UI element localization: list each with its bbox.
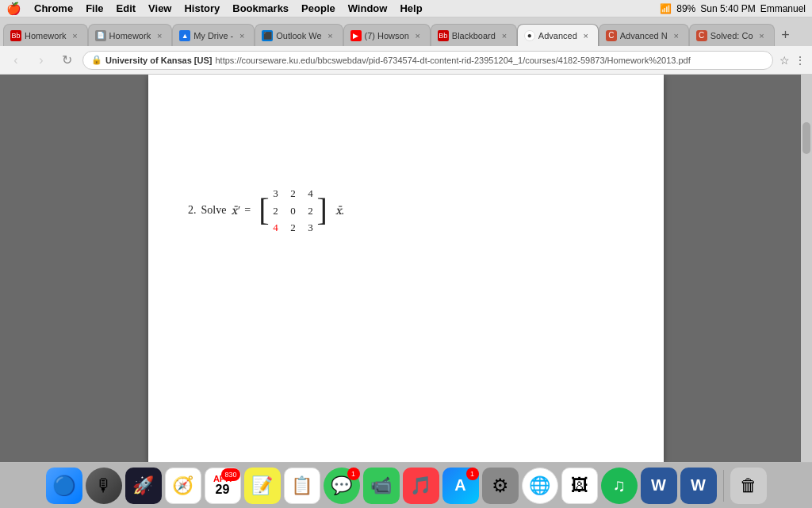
problem-equals: = — [244, 204, 251, 217]
site-name: University of Kansas [US] — [105, 56, 212, 65]
tab-homework1[interactable]: Bb Homework × — [3, 24, 88, 46]
menu-window[interactable]: Window — [342, 2, 394, 14]
tab-solved[interactable]: C Solved: Co × — [689, 24, 775, 46]
lock-icon: 🔒 — [91, 55, 102, 65]
forward-button[interactable]: › — [32, 51, 51, 70]
dock-safari[interactable]: 🧭 — [165, 468, 201, 504]
app-name[interactable]: Chrome — [28, 2, 79, 14]
new-tab-button[interactable]: + — [775, 24, 797, 46]
messages-badge: 1 — [347, 468, 360, 480]
word2-icon: W — [691, 476, 706, 495]
launchpad-icon: 🚀 — [132, 475, 154, 496]
tab-outlook[interactable]: ⬛ Outlook We × — [255, 24, 343, 46]
tab-close-solved[interactable]: × — [756, 31, 768, 40]
tab-advanced[interactable]: ● Advanced × — [517, 24, 599, 46]
word1-icon: W — [651, 476, 666, 495]
apple-menu[interactable]: 🍎 — [0, 2, 28, 16]
appstore-badge: 1 — [466, 468, 479, 480]
dock-messages[interactable]: 💬 1 — [324, 468, 360, 504]
dock-word2[interactable]: W — [680, 468, 717, 504]
m01: 2 — [289, 186, 298, 202]
tab-label-drive: My Drive - — [193, 31, 233, 40]
reload-button[interactable]: ↻ — [57, 51, 76, 70]
tab-bar: Bb Homework × 📄 Homework × ▲ My Drive - … — [0, 17, 812, 46]
dock-calendar[interactable]: APR29 830 — [205, 468, 241, 504]
tab-close-advanced-n[interactable]: × — [671, 31, 682, 40]
tab-label-blackboard: Blackboard — [452, 31, 496, 40]
tab-blackboard[interactable]: Bb Blackboard × — [431, 24, 517, 46]
tab-favicon-youtube: ▶ — [350, 30, 362, 41]
problem-after: x̄. — [335, 204, 344, 217]
dock-siri[interactable]: 🎙 — [86, 468, 122, 504]
tab-label-howson: (7) Howson — [365, 31, 409, 40]
dock-separator — [723, 470, 724, 502]
tab-close-advanced[interactable]: × — [580, 31, 592, 40]
dock-facetime[interactable]: 📹 — [363, 468, 400, 504]
tab-howson[interactable]: ▶ (7) Howson × — [343, 24, 431, 46]
tab-homework2[interactable]: 📄 Homework × — [88, 24, 173, 46]
finder-icon: 🔵 — [52, 475, 76, 497]
dock-notes[interactable]: 📝 — [244, 468, 281, 504]
clock: Sun 5:40 PM — [700, 3, 755, 14]
problem-2: 2. Solve x̄′ = [ 3 2 4 2 0 2 4 2 3 — [188, 186, 624, 236]
tab-favicon-bb1: Bb — [10, 30, 21, 41]
menu-view[interactable]: View — [142, 2, 178, 14]
bookmark-icon[interactable]: ☆ — [779, 54, 790, 67]
systemprefs-icon: ⚙ — [492, 475, 509, 497]
tab-close-howson[interactable]: × — [412, 31, 423, 40]
tab-close-homework2[interactable]: × — [154, 31, 165, 40]
tab-advanced-n[interactable]: C Advanced N × — [599, 24, 689, 46]
tab-favicon-bb2: Bb — [438, 30, 449, 41]
m02: 4 — [306, 186, 316, 202]
matrix-grid: 3 2 4 2 0 2 4 2 3 — [271, 186, 316, 236]
tab-favicon-drive: ▲ — [179, 30, 190, 41]
scrollbar[interactable] — [801, 75, 812, 462]
dock-finder[interactable]: 🔵 — [46, 468, 82, 504]
menu-people[interactable]: People — [295, 2, 342, 14]
menu-history[interactable]: History — [178, 2, 226, 14]
dock-spotify[interactable]: ♫ — [601, 468, 638, 504]
tab-favicon-solved: C — [696, 30, 707, 41]
m11: 0 — [289, 203, 298, 219]
dock-launchpad[interactable]: 🚀 — [125, 468, 162, 504]
dock-appstore[interactable]: A 1 — [442, 468, 479, 504]
dock-trash[interactable]: 🗑 — [730, 468, 767, 504]
dock-chrome[interactable]: 🌐 — [522, 468, 558, 504]
scrollbar-thumb[interactable] — [802, 122, 810, 154]
tab-label-advanced-n: Advanced N — [620, 31, 668, 40]
tab-favicon-chrome-active: ● — [524, 30, 535, 41]
matrix-container: [ 3 2 4 2 0 2 4 2 3 ] — [259, 186, 327, 236]
problem-solve-text: Solve — [201, 204, 227, 217]
url-text: https://courseware.ku.edu/bbcswebdav/pid… — [215, 56, 690, 65]
dock-photos[interactable]: 🖼 — [561, 468, 598, 504]
tab-close-outlook[interactable]: × — [325, 31, 336, 40]
dock-systemprefs[interactable]: ⚙ — [482, 468, 519, 504]
dock-music[interactable]: 🎵 — [403, 468, 439, 504]
matrix-left-bracket: [ — [259, 194, 269, 226]
menu-file[interactable]: File — [79, 2, 109, 14]
menu-edit[interactable]: Edit — [110, 2, 143, 14]
m21: 2 — [289, 220, 298, 236]
tab-label-homework2: Homework — [109, 31, 151, 40]
tab-close-drive[interactable]: × — [236, 31, 247, 40]
m10: 2 — [271, 203, 281, 219]
tab-close-homework1[interactable]: × — [70, 31, 81, 40]
tab-label-homework1: Homework — [25, 31, 67, 40]
photos-icon: 🖼 — [571, 475, 588, 496]
dock-word1[interactable]: W — [641, 468, 677, 504]
tab-label-outlook: Outlook We — [276, 31, 321, 40]
menu-help[interactable]: Help — [393, 2, 428, 14]
back-button[interactable]: ‹ — [6, 51, 25, 70]
m12: 2 — [306, 203, 316, 219]
url-bar[interactable]: 🔒 University of Kansas [US] https://cour… — [82, 51, 773, 70]
menu-bookmarks[interactable]: Bookmarks — [226, 2, 295, 14]
trash-icon: 🗑 — [740, 475, 757, 496]
pdf-content: 2. Solve x̄′ = [ 3 2 4 2 0 2 4 2 3 — [148, 75, 664, 283]
safari-icon: 🧭 — [172, 475, 193, 496]
menu-bar: 🍎 Chrome File Edit View History Bookmark… — [0, 0, 812, 17]
more-options-icon[interactable]: ⋮ — [795, 54, 806, 67]
tab-close-blackboard[interactable]: × — [499, 31, 510, 40]
tab-drive[interactable]: ▲ My Drive - × — [172, 24, 255, 46]
tab-favicon-doc: 📄 — [95, 30, 106, 41]
dock-reminders[interactable]: 📋 — [284, 468, 320, 504]
